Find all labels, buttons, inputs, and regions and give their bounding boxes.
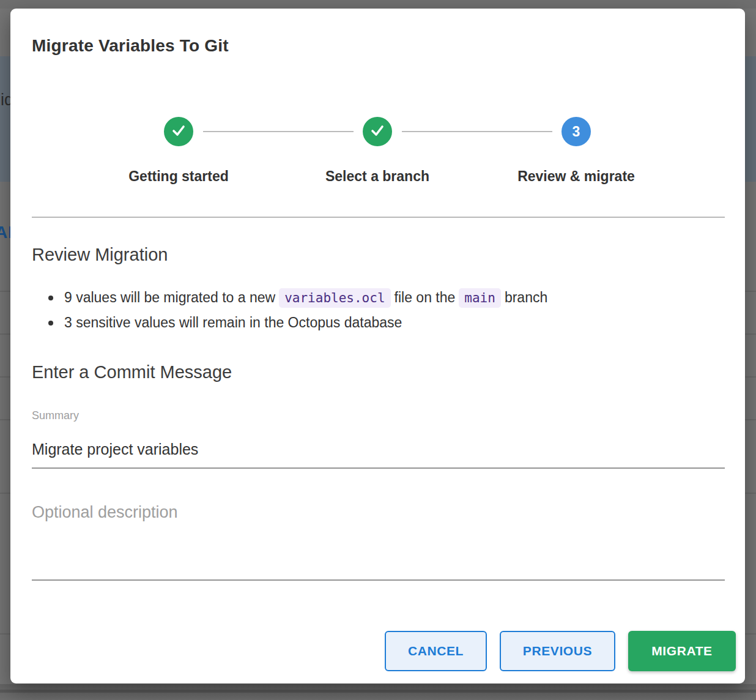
summary-label: Summary — [32, 409, 79, 422]
bullet-text: file on the — [395, 289, 456, 306]
review-bullet-sensitive: 3 sensitive values will remain in the Oc… — [47, 310, 547, 335]
step-1-label: Getting started — [81, 168, 276, 185]
review-migration-heading: Review Migration — [32, 245, 168, 265]
bullet-text: 3 sensitive values will remain in the Oc… — [64, 315, 402, 331]
description-input[interactable] — [32, 498, 725, 581]
review-summary-list: 9 values will be migrated to a new varia… — [47, 285, 547, 335]
summary-input[interactable] — [32, 431, 725, 469]
section-divider — [32, 217, 725, 218]
step-connector — [402, 131, 552, 132]
step-1-complete-icon — [164, 117, 193, 146]
step-2-label: Select a branch — [280, 168, 475, 185]
bullet-text: 9 values will be migrated to a new — [64, 289, 275, 306]
check-icon — [369, 122, 386, 141]
previous-button[interactable]: PREVIOUS — [500, 631, 615, 671]
commit-message-heading: Enter a Commit Message — [32, 362, 232, 382]
backdrop-bottom-line — [0, 690, 756, 693]
step-connector — [203, 131, 354, 132]
step-2-complete-icon — [363, 117, 392, 146]
dialog-actions: CANCEL PREVIOUS MIGRATE — [385, 631, 736, 671]
step-3-active-badge: 3 — [561, 117, 591, 146]
branch-name-chip: main — [459, 288, 501, 308]
dialog-title: Migrate Variables To Git — [32, 36, 229, 56]
bullet-text: branch — [505, 289, 547, 306]
check-icon — [170, 122, 187, 141]
migrate-variables-dialog: Migrate Variables To Git 3 Getting start… — [10, 9, 745, 683]
step-number: 3 — [573, 124, 580, 140]
review-bullet-values: 9 values will be migrated to a new varia… — [47, 285, 547, 310]
migrate-button[interactable]: MIGRATE — [628, 631, 736, 671]
variables-file-chip: variables.ocl — [279, 288, 390, 308]
backdrop-top-band — [0, 0, 756, 9]
cancel-button[interactable]: CANCEL — [385, 631, 487, 671]
step-3-label: Review & migrate — [478, 168, 674, 185]
